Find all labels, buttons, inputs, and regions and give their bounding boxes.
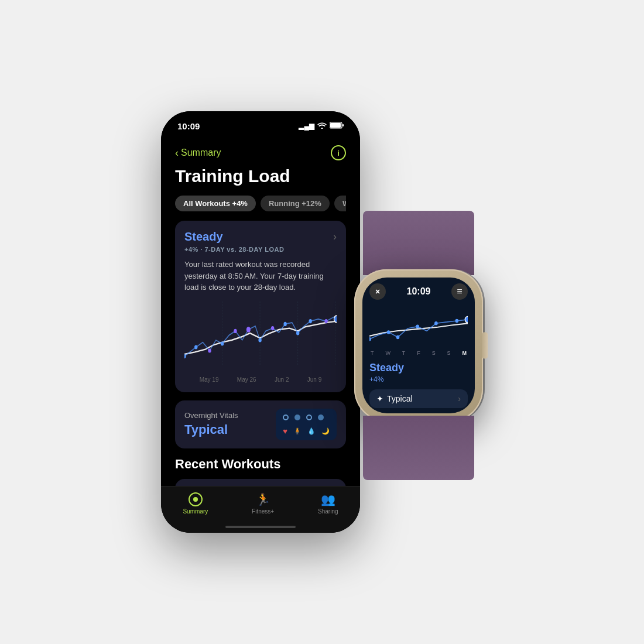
watch-menu-icon: ≡	[457, 286, 462, 297]
dynamic-island	[231, 118, 290, 135]
scene: 10:09 ▂▄▆ ‹ Summary	[161, 111, 483, 533]
drop-icon: 💧	[307, 427, 316, 435]
chart-svg	[184, 302, 337, 372]
vitals-title: Overnight Vitals	[184, 411, 238, 420]
info-button[interactable]: i	[331, 145, 346, 160]
back-chevron-icon: ‹	[175, 147, 179, 159]
watch-typical-info: ✦ Typical	[376, 394, 413, 403]
tab-running[interactable]: Running +12%	[261, 196, 330, 211]
status-time: 10:09	[177, 121, 200, 131]
vitals-grid: ♥ 🧍 💧 🌙	[276, 409, 337, 440]
watch-band-top	[363, 211, 474, 275]
svg-point-18	[324, 319, 327, 323]
watch-time: 10:09	[407, 286, 431, 297]
vitals-row-top	[283, 413, 330, 422]
watch-percent: +4%	[369, 375, 468, 383]
watch-screen: × 10:09 ≡	[362, 278, 475, 413]
chart-label-may19: May 19	[200, 376, 219, 383]
svg-point-17	[309, 319, 311, 323]
watch-content: × 10:09 ≡	[362, 278, 475, 413]
watch-day-w: W	[385, 350, 390, 356]
svg-point-22	[396, 335, 400, 339]
vitals-dot-4	[318, 415, 324, 420]
iphone-screen: 10:09 ▂▄▆ ‹ Summary	[161, 111, 360, 533]
watch-day-labels: T W T F S S M	[369, 350, 468, 356]
page-title: Training Load	[175, 166, 346, 186]
battery-icon	[330, 122, 344, 131]
status-icons: ▂▄▆	[299, 122, 344, 131]
watch-day-m: M	[462, 350, 467, 356]
steady-sub: +4% · 7-DAY vs. 28-DAY LOAD	[184, 246, 337, 253]
training-load-card: Steady › +4% · 7-DAY vs. 28-DAY LOAD You…	[175, 221, 346, 392]
person-icon: 🧍	[293, 427, 302, 435]
svg-point-16	[296, 331, 299, 335]
chart-label-jun9: Jun 9	[307, 376, 321, 383]
fitness-plus-icon: 🏃	[256, 492, 270, 506]
watch-container: × 10:09 ≡	[354, 269, 483, 422]
watch-typical-label: Typical	[387, 394, 413, 403]
watch-typical-row[interactable]: ✦ Typical ›	[369, 389, 468, 408]
tab-sharing[interactable]: 👥 Sharing	[318, 492, 338, 515]
iphone: 10:09 ▂▄▆ ‹ Summary	[161, 111, 360, 533]
watch-crown[interactable]	[482, 333, 488, 359]
training-chart	[184, 302, 337, 372]
tab-all-workouts[interactable]: All Workouts +4%	[175, 196, 256, 211]
signal-icon: ▂▄▆	[299, 122, 314, 130]
svg-point-21	[387, 330, 390, 334]
watch-steady-label: Steady	[369, 362, 468, 374]
vitals-dot-2	[294, 415, 300, 420]
chart-label-may26: May 26	[237, 376, 256, 383]
svg-point-10	[221, 341, 224, 345]
wifi-icon	[317, 122, 327, 131]
tab-fitness-label: Fitness+	[252, 508, 274, 515]
svg-point-9	[208, 348, 211, 352]
svg-point-26	[465, 316, 468, 323]
svg-point-15	[283, 321, 286, 326]
moon-icon: 🌙	[321, 427, 330, 435]
svg-point-11	[234, 328, 237, 333]
steady-description: Your last rated workout was recorded yes…	[184, 259, 337, 293]
iphone-content: ‹ Summary i Training Load All Workouts +…	[161, 141, 360, 519]
tab-summary[interactable]: Summary	[183, 492, 208, 515]
watch-typical-chevron-icon: ›	[458, 394, 461, 403]
tabs-row: All Workouts +4% Running +12% Walking	[175, 196, 346, 211]
home-indicator	[225, 526, 296, 528]
chart-label-jun2: Jun 2	[275, 376, 289, 383]
steady-header: Steady ›	[184, 230, 337, 244]
svg-point-12	[246, 327, 251, 333]
watch-typical-icon: ✦	[376, 394, 383, 403]
back-label: Summary	[181, 148, 221, 158]
info-icon: i	[337, 149, 340, 157]
vitals-status: Typical	[184, 422, 238, 437]
heart-icon: ♥	[283, 427, 287, 436]
vitals-dot-3	[306, 415, 312, 420]
nav-bar: ‹ Summary i	[175, 141, 346, 166]
chart-labels: May 19 May 26 Jun 2 Jun 9	[184, 376, 337, 383]
watch-chart-svg	[369, 304, 468, 345]
chevron-right-icon: ›	[333, 231, 337, 243]
apple-watch: × 10:09 ≡	[354, 269, 483, 422]
svg-point-19	[334, 316, 337, 323]
back-button[interactable]: ‹ Summary	[175, 147, 221, 159]
recent-workouts-title: Recent Workouts	[175, 457, 346, 472]
svg-point-25	[455, 319, 459, 323]
svg-point-14	[271, 326, 274, 330]
vitals-card: Overnight Vitals Typical ♥ 🧍	[175, 400, 346, 448]
watch-top-bar: × 10:09 ≡	[369, 283, 468, 300]
watch-day-s1: S	[432, 350, 436, 356]
tab-walking[interactable]: Walking	[334, 196, 346, 211]
tab-sharing-label: Sharing	[318, 508, 338, 515]
svg-point-24	[434, 321, 438, 325]
tab-bar: Summary 🏃 Fitness+ 👥 Sharing	[161, 486, 360, 533]
svg-point-20	[369, 337, 371, 341]
watch-close-button[interactable]: ×	[369, 283, 386, 300]
watch-day-s2: S	[447, 350, 451, 356]
vitals-dot-1	[283, 415, 289, 420]
svg-rect-2	[342, 124, 344, 126]
tab-fitness-plus[interactable]: 🏃 Fitness+	[252, 492, 274, 515]
watch-band-bottom	[363, 416, 474, 480]
watch-menu-button[interactable]: ≡	[451, 283, 468, 300]
vitals-row-bottom: ♥ 🧍 💧 🌙	[283, 427, 330, 436]
watch-close-icon: ×	[375, 287, 380, 296]
watch-day-f: F	[417, 350, 420, 356]
